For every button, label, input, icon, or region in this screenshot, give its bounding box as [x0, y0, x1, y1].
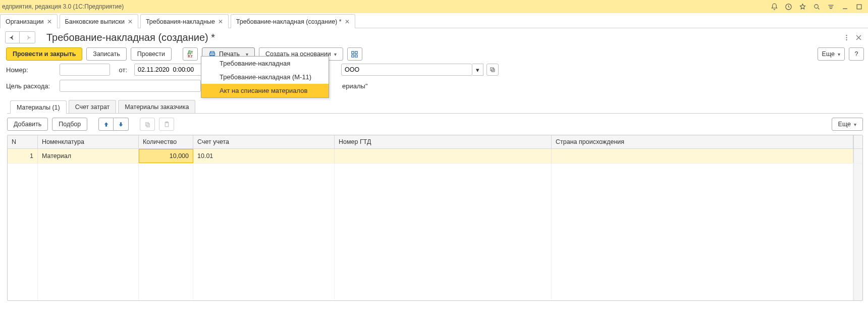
organization-field: ▾ — [341, 64, 499, 76]
svg-rect-2 — [857, 5, 861, 9]
tab-label: Требование-накладная (создание) * — [236, 18, 342, 25]
cell-nomenclature[interactable]: Материал — [38, 149, 139, 163]
table-row[interactable]: 1 Материал 10,000 10.01 — [8, 149, 862, 164]
col-header-account[interactable]: Счет учета — [193, 135, 335, 148]
window-tabstrip: Организации✕Банковские выписки✕Требовани… — [0, 13, 868, 28]
svg-rect-11 — [352, 55, 354, 57]
purpose-input-wrapper — [60, 80, 201, 92]
svg-point-3 — [846, 35, 847, 36]
move-row-group — [98, 118, 129, 131]
minimize-icon[interactable] — [838, 1, 852, 13]
partial-text-fragment: ериалы" — [342, 82, 368, 90]
print-menu-item[interactable]: Требование-накладная — [201, 57, 329, 70]
from-label: от: — [115, 66, 127, 74]
move-down-button[interactable] — [114, 118, 129, 131]
menu-icon[interactable] — [824, 1, 838, 13]
grid-header: N Номенклатура Количество Счет учета Ном… — [8, 135, 862, 149]
nav-back-button[interactable] — [6, 32, 20, 43]
col-header-qty[interactable]: Количество — [139, 135, 193, 148]
tab-label: Банковские выписки — [65, 18, 125, 25]
cell-country[interactable] — [552, 149, 853, 163]
page-header: Требование-накладная (создание) * — [0, 28, 868, 43]
dtkt-button[interactable]: ДтКт — [183, 47, 198, 61]
organization-input[interactable] — [344, 66, 470, 74]
print-menu-item[interactable]: Требование-накладная (М-11) — [201, 70, 329, 84]
page-title: Требование-накладная (создание) * — [46, 32, 215, 43]
date-input[interactable] — [137, 66, 204, 74]
svg-rect-9 — [352, 51, 354, 53]
window-tab[interactable]: Требования-накладные✕ — [140, 14, 229, 28]
post-and-close-button[interactable]: Провести и закрыть — [6, 47, 82, 61]
table-more-button[interactable]: Еще ▾ — [832, 118, 863, 131]
nav-back-forward — [5, 31, 35, 43]
materials-grid: N Номенклатура Количество Счет учета Ном… — [7, 135, 863, 301]
cell-gtd[interactable] — [335, 149, 552, 163]
col-header-n[interactable]: N — [8, 135, 38, 148]
col-header-gtd[interactable]: Номер ГТД — [335, 135, 552, 148]
help-button[interactable]: ? — [849, 47, 864, 61]
detail-tab[interactable]: Материалы заказчика — [118, 100, 195, 113]
col-header-nomenclature[interactable]: Номенклатура — [38, 135, 139, 148]
number-input[interactable] — [62, 66, 107, 74]
copy-row-button[interactable] — [140, 118, 155, 131]
svg-point-1 — [814, 4, 818, 8]
window-tab[interactable]: Требование-накладная (создание) *✕ — [231, 14, 355, 28]
search-icon[interactable] — [809, 1, 824, 13]
tab-label: Требования-накладные — [146, 18, 215, 25]
toolbar-more-button[interactable]: Еще ▾ — [818, 47, 845, 61]
svg-rect-10 — [355, 51, 357, 53]
detail-tab[interactable]: Счет затрат — [69, 100, 117, 113]
page-actions-icon[interactable] — [841, 32, 852, 43]
tab-label: Организации — [6, 18, 44, 25]
window-titlebar: едприятия, редакция 3.0 (1С:Предприятие) — [0, 0, 868, 13]
grid-scrollbar[interactable] — [853, 149, 862, 163]
organization-dropdown-icon[interactable]: ▾ — [472, 64, 483, 76]
chevron-down-icon: ▾ — [838, 51, 840, 57]
print-dropdown-menu: Требование-накладнаяТребование-накладная… — [201, 56, 329, 98]
maximize-icon[interactable] — [852, 1, 866, 13]
number-input-wrapper — [60, 64, 110, 76]
favorite-icon[interactable] — [795, 1, 809, 13]
toolbar-more-label: Еще — [822, 50, 835, 58]
svg-point-5 — [846, 39, 847, 40]
cell-n[interactable]: 1 — [8, 149, 38, 163]
page-close-icon[interactable] — [853, 32, 864, 43]
window-tab[interactable]: Организации✕ — [0, 14, 58, 28]
chevron-down-icon: ▾ — [334, 51, 337, 57]
paste-row-button[interactable] — [159, 118, 174, 131]
close-icon[interactable]: ✕ — [345, 18, 350, 25]
document-form: Номер: от: ▾ Цель расхода: ериалы" — [0, 64, 868, 100]
table-toolbar: Добавить Подбор Еще ▾ — [7, 114, 863, 135]
cell-account[interactable]: 10.01 — [193, 149, 335, 163]
number-label: Номер: — [6, 66, 55, 74]
post-button[interactable]: Провести — [131, 47, 172, 61]
cell-qty[interactable]: 10,000 — [139, 149, 193, 163]
purpose-input[interactable] — [62, 82, 198, 90]
window-tab[interactable]: Банковские выписки✕ — [60, 14, 138, 28]
svg-rect-16 — [147, 123, 149, 127]
chevron-down-icon: ▾ — [854, 122, 856, 127]
document-toolbar: Провести и закрыть Записать Провести ДтК… — [0, 43, 868, 64]
print-menu-item[interactable]: Акт на списание материалов — [201, 84, 329, 97]
detail-tab[interactable]: Материалы (1) — [10, 100, 67, 114]
nav-forward-button[interactable] — [21, 32, 35, 43]
structure-icon-button[interactable] — [347, 47, 362, 61]
history-icon[interactable] — [781, 1, 795, 13]
grid-scroll-header — [853, 135, 862, 148]
write-button[interactable]: Записать — [86, 47, 126, 61]
col-header-country[interactable]: Страна происхождения — [552, 135, 853, 148]
pick-button[interactable]: Подбор — [52, 118, 87, 131]
svg-point-4 — [846, 37, 847, 38]
close-icon[interactable]: ✕ — [47, 18, 52, 25]
table-more-label: Еще — [838, 121, 851, 128]
close-icon[interactable]: ✕ — [128, 18, 133, 25]
move-up-button[interactable] — [98, 118, 114, 131]
purpose-label: Цель расхода: — [6, 82, 55, 90]
organization-open-icon[interactable] — [486, 64, 499, 76]
window-title: едприятия, редакция 3.0 (1С:Предприятие) — [0, 3, 124, 10]
close-icon[interactable]: ✕ — [218, 18, 223, 25]
svg-rect-12 — [355, 55, 357, 57]
svg-rect-15 — [145, 122, 148, 126]
notifications-icon[interactable] — [767, 1, 781, 13]
add-row-button[interactable]: Добавить — [7, 118, 48, 131]
